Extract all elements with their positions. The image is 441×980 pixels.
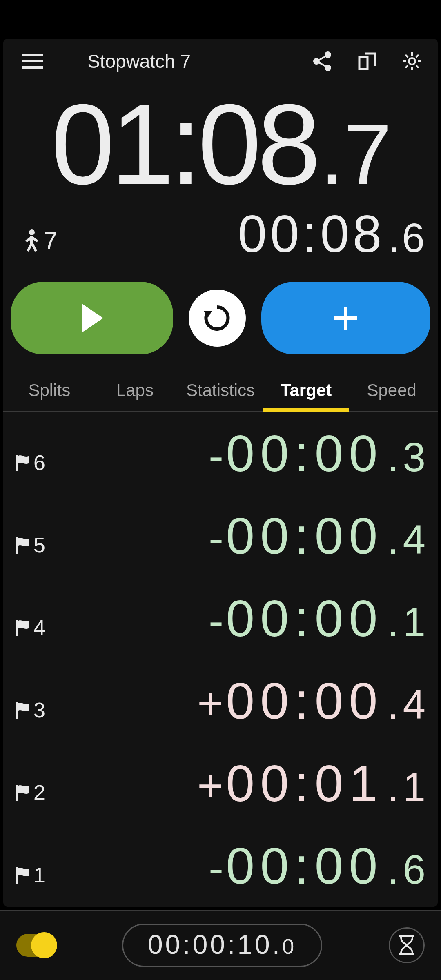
footer-bar: 00:00:10.0	[0, 910, 441, 980]
lap-time: 00:08 . 6	[238, 204, 424, 264]
lap-tenth: 6	[402, 214, 424, 261]
flag-icon	[16, 702, 31, 719]
svg-line-6	[318, 56, 326, 60]
target-row[interactable]: 2+00:01.1	[3, 742, 438, 824]
row-mmss: 00:01	[226, 754, 383, 813]
row-delta: +00:00.4	[77, 671, 425, 731]
row-flag: 4	[16, 615, 77, 640]
row-mmss: 00:00	[226, 836, 383, 895]
row-flag: 6	[16, 450, 77, 475]
toggle-knob	[31, 932, 57, 958]
app-window: Stopwatch 7	[3, 39, 438, 906]
share-icon	[312, 51, 332, 71]
row-index: 1	[33, 863, 45, 887]
row-index: 2	[33, 780, 45, 805]
svg-rect-31	[16, 785, 18, 801]
svg-line-13	[405, 55, 408, 57]
svg-point-8	[409, 58, 415, 65]
reset-button[interactable]	[189, 290, 246, 347]
row-sign: -	[209, 512, 224, 564]
tab-statistics[interactable]: Statistics	[178, 381, 263, 411]
row-flag: 5	[16, 533, 77, 557]
reset-icon	[202, 303, 232, 333]
hourglass-button[interactable]	[389, 927, 425, 963]
target-row[interactable]: 3+00:00.4	[3, 659, 438, 742]
svg-rect-30	[16, 702, 18, 719]
svg-line-15	[416, 55, 419, 57]
row-index: 5	[33, 533, 45, 557]
elapsed-mmss: 01:08	[51, 87, 317, 201]
svg-rect-28	[16, 537, 18, 554]
row-tenth: 3	[403, 434, 425, 481]
svg-rect-32	[16, 867, 18, 884]
row-sign: -	[209, 430, 224, 481]
row-index: 4	[33, 615, 45, 640]
plus-icon	[333, 305, 359, 331]
tab-speed[interactable]: Speed	[349, 381, 434, 411]
row-delta: -00:00.1	[77, 589, 425, 648]
footer-target-time[interactable]: 00:00:10.0	[72, 924, 372, 967]
row-sign: -	[209, 595, 224, 646]
runner-count-value: 7	[43, 226, 57, 255]
svg-point-17	[29, 229, 35, 235]
row-tenth: 4	[403, 681, 425, 728]
row-sign: +	[197, 677, 223, 729]
share-button[interactable]	[308, 47, 336, 76]
multiwindow-icon	[357, 51, 377, 71]
flag-icon	[16, 619, 31, 636]
row-mmss: 00:00	[226, 424, 383, 483]
target-row[interactable]: 1-00:00.6	[3, 824, 438, 906]
controls-row	[3, 276, 438, 371]
svg-rect-27	[16, 455, 18, 471]
runner-count: 7	[24, 226, 57, 255]
row-delta: +00:01.1	[77, 754, 425, 813]
flag-icon	[16, 784, 31, 801]
multiwindow-button[interactable]	[353, 47, 381, 76]
svg-rect-1	[22, 60, 43, 62]
svg-rect-29	[16, 620, 18, 636]
flag-icon	[16, 537, 31, 554]
svg-rect-2	[22, 66, 43, 69]
svg-rect-0	[22, 54, 43, 56]
start-button[interactable]	[11, 282, 173, 354]
svg-line-22	[32, 243, 36, 251]
row-tenth: 1	[403, 764, 425, 811]
tab-target[interactable]: Target	[263, 381, 349, 411]
status-bar	[0, 0, 441, 39]
tab-splits[interactable]: Splits	[7, 381, 92, 411]
svg-line-7	[318, 62, 326, 67]
app-bar: Stopwatch 7	[3, 39, 438, 84]
settings-button[interactable]	[398, 47, 426, 76]
add-button[interactable]	[261, 282, 430, 354]
row-tenth: 6	[403, 846, 425, 893]
row-flag: 3	[16, 698, 77, 722]
svg-line-16	[405, 65, 408, 68]
elapsed-time: 01:08 . 7	[3, 87, 438, 201]
play-icon	[80, 304, 104, 332]
target-row[interactable]: 4-00:00.1	[3, 577, 438, 659]
menu-button[interactable]	[18, 47, 47, 76]
row-index: 3	[33, 698, 45, 722]
person-icon	[24, 229, 40, 252]
gear-icon	[402, 51, 422, 71]
elapsed-tenth: 7	[344, 111, 392, 197]
lap-dot: .	[388, 214, 399, 261]
row-sign: -	[209, 842, 224, 894]
row-delta: -00:00.4	[77, 506, 425, 566]
row-delta: -00:00.6	[77, 836, 425, 895]
target-row[interactable]: 6-00:00.3	[3, 412, 438, 494]
row-mmss: 00:00	[226, 589, 383, 648]
target-row[interactable]: 5-00:00.4	[3, 494, 438, 577]
footer-time-main: 00:00:10	[148, 929, 272, 960]
app-title: Stopwatch 7	[87, 50, 292, 72]
row-tenth: 1	[403, 599, 425, 646]
hourglass-icon	[398, 935, 416, 956]
target-toggle[interactable]	[16, 934, 56, 957]
flag-icon	[16, 454, 31, 471]
row-delta: -00:00.3	[77, 424, 425, 483]
row-mmss: 00:00	[226, 506, 383, 566]
svg-line-14	[416, 65, 419, 68]
row-flag: 2	[16, 780, 77, 805]
tab-laps[interactable]: Laps	[92, 381, 178, 411]
tab-bar: Splits Laps Statistics Target Speed	[3, 371, 438, 412]
